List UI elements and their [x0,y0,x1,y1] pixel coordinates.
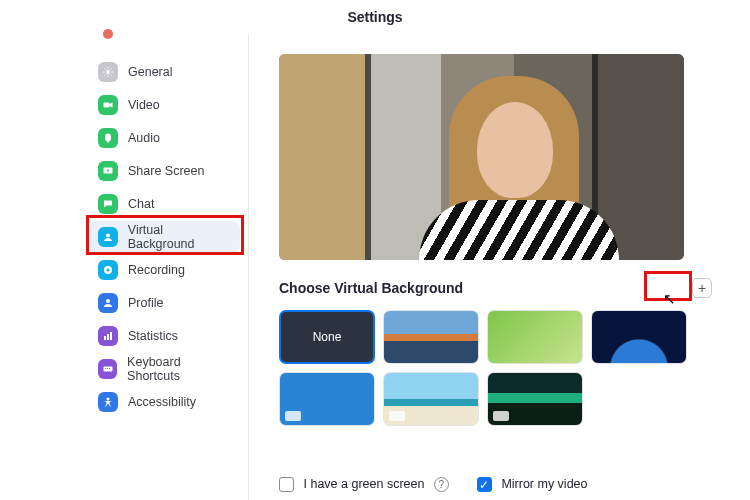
sidebar-item-label: Recording [128,263,185,277]
close-window-button[interactable] [103,29,113,39]
svg-rect-8 [104,336,106,340]
sidebar-item-label: Share Screen [128,164,204,178]
sidebar-item-label: Virtual Background [128,223,232,251]
svg-point-4 [106,234,110,238]
svg-point-0 [106,70,110,74]
green-screen-label: I have a green screen [303,477,424,491]
svg-rect-1 [104,103,110,108]
sidebar-item-virtual-background[interactable]: Virtual Background [90,221,240,253]
sidebar-item-profile[interactable]: Profile [90,287,240,319]
checkbox-green-screen[interactable] [279,477,294,492]
bg-thumb-none[interactable]: None [279,310,375,364]
background-icon [98,227,118,247]
chat-icon [98,194,118,214]
keyboard-icon [98,359,117,379]
bg-thumb-grass[interactable] [487,310,583,364]
bg-thumb-label: None [313,330,342,344]
add-background-button[interactable]: + [692,278,712,298]
sidebar-item-label: Chat [128,197,154,211]
sidebar-item-audio[interactable]: Audio [90,122,240,154]
record-icon [98,260,118,280]
bg-thumb-blue-pattern[interactable] [279,372,375,426]
video-badge-icon [285,411,301,421]
video-preview [279,54,684,260]
video-badge-icon [493,411,509,421]
sidebar-item-label: General [128,65,172,79]
mirror-option[interactable]: ✓ Mirror my video [477,477,588,492]
sidebar-item-label: Video [128,98,160,112]
checkbox-mirror[interactable]: ✓ [477,477,492,492]
svg-rect-12 [105,368,106,369]
help-icon[interactable]: ? [434,477,449,492]
profile-icon [98,293,118,313]
options-row: I have a green screen ? ✓ Mirror my vide… [279,477,588,492]
svg-rect-9 [107,334,109,340]
bg-thumb-earth[interactable] [591,310,687,364]
bg-thumb-beach[interactable] [383,372,479,426]
svg-rect-10 [110,332,112,340]
body: General Video Audio Share Screen Chat Vi… [0,34,750,500]
share-icon [98,161,118,181]
sidebar-item-keyboard-shortcuts[interactable]: Keyboard Shortcuts [90,353,240,385]
svg-point-7 [106,299,110,303]
bg-thumb-golden-gate[interactable] [383,310,479,364]
accessibility-icon [98,392,118,412]
sidebar: General Video Audio Share Screen Chat Vi… [0,34,249,500]
section-title: Choose Virtual Background [279,280,692,296]
settings-window: Settings General Video Audio Share Scree… [0,0,750,500]
sidebar-item-statistics[interactable]: Statistics [90,320,240,352]
svg-point-6 [107,269,110,272]
background-thumbnails: None [279,310,699,426]
bg-thumb-aurora[interactable] [487,372,583,426]
svg-point-15 [107,398,110,401]
sidebar-item-accessibility[interactable]: Accessibility [90,386,240,418]
main-content: Choose Virtual Background + ↖ None I [249,34,750,500]
sidebar-item-chat[interactable]: Chat [90,188,240,220]
sidebar-item-recording[interactable]: Recording [90,254,240,286]
green-screen-option[interactable]: I have a green screen ? [279,477,449,492]
svg-rect-2 [107,141,109,143]
svg-rect-13 [107,368,108,369]
sidebar-item-label: Accessibility [128,395,196,409]
sidebar-item-label: Profile [128,296,163,310]
video-badge-icon [389,411,405,421]
gear-icon [98,62,118,82]
audio-icon [98,128,118,148]
sidebar-item-label: Audio [128,131,160,145]
mirror-label: Mirror my video [501,477,587,491]
window-title: Settings [347,0,402,34]
sidebar-item-general[interactable]: General [90,56,240,88]
sidebar-item-video[interactable]: Video [90,89,240,121]
video-icon [98,95,118,115]
sidebar-item-label: Statistics [128,329,178,343]
stats-icon [98,326,118,346]
svg-rect-14 [109,368,110,369]
titlebar: Settings [0,0,750,34]
sidebar-item-label: Keyboard Shortcuts [127,355,232,383]
sidebar-item-share-screen[interactable]: Share Screen [90,155,240,187]
